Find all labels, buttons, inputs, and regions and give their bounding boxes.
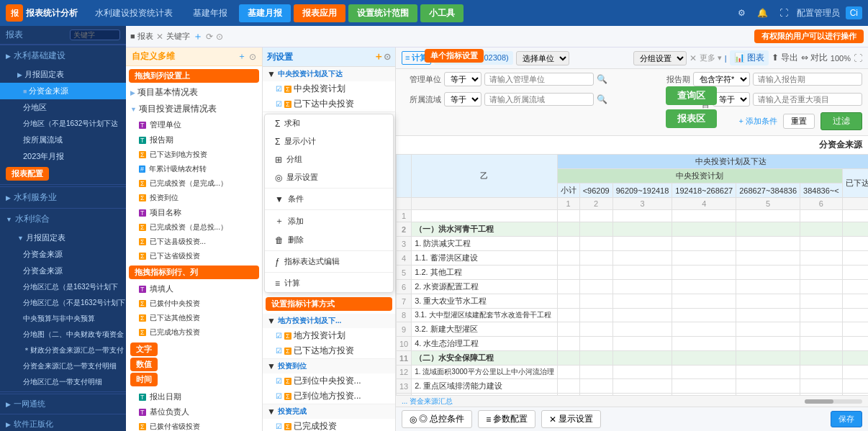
sidebar-item-2023monthly[interactable]: 2023年月报 — [0, 148, 126, 165]
tree-item-county-investment[interactable]: Σ已下达县级投资... — [126, 235, 262, 249]
ctx-item-delete[interactable]: 🗑删除 — [265, 231, 393, 249]
sidebar-item-funding-total2[interactable]: 分资金来源汇总一带支付明细 — [0, 358, 126, 374]
filter-btn[interactable]: 过滤 — [820, 112, 862, 130]
sidebar-item-region-not1632[interactable]: 分地区（不是1632号计划下达 — [0, 116, 126, 132]
col-section-central-title[interactable]: ▼ 中央投资计划及下达 — [263, 67, 395, 81]
col-item-completed-inv[interactable]: ☑ Σ 已完成投资 — [263, 419, 395, 431]
filter-input-period[interactable] — [753, 73, 862, 86]
tree-item-project-name[interactable]: T项目名称 — [126, 205, 262, 220]
sidebar-item-watershed[interactable]: 按所属流域 — [0, 132, 126, 148]
reset-btn[interactable]: 重置 — [783, 114, 815, 129]
close-icon[interactable]: ✕ — [156, 32, 163, 42]
fullscreen-icon[interactable]: ⛶ — [777, 6, 791, 19]
tree-item-inv-in-place[interactable]: Σ投资到位 — [126, 191, 262, 205]
tab-stats-range[interactable]: 设置统计范围 — [348, 4, 417, 22]
sidebar-item-funding-total1[interactable]: ＊财政分资金来源汇总一带支付 — [0, 342, 126, 358]
tree-item-completed-inv1[interactable]: Σ已完成投资（是完成...） — [126, 176, 262, 191]
tree-item-filler[interactable]: T填填人 — [126, 281, 262, 296]
ctx-item-subtotal[interactable]: Σ显示小计 — [265, 132, 393, 150]
sidebar-search[interactable] — [70, 30, 120, 40]
sidebar-item-region[interactable]: 分地区 — [0, 99, 126, 116]
col-item-central-inplace[interactable]: ☑ Σ 已到位中央投资... — [263, 373, 395, 389]
filter-search-icon[interactable]: 🔍 — [597, 74, 607, 84]
sidebar-item-central-noncentral[interactable]: 中央预算与非中央预算 — [0, 311, 126, 327]
compare-btn[interactable]: ⇔ 对比 — [801, 52, 828, 64]
tree-add-icon[interactable]: ＋ — [238, 50, 246, 63]
filter-input-watershed[interactable] — [484, 93, 594, 106]
col-section-completed-title[interactable]: ▼ 投资完成 — [263, 404, 395, 419]
sidebar-item-general-monthly[interactable]: ▼月报固定表 — [0, 230, 126, 246]
filter-x-btn[interactable]: ✕ — [690, 53, 697, 63]
add-condition-btn[interactable]: + 添加条件 — [739, 116, 777, 127]
split-settings-select[interactable]: 分组设置 — [633, 51, 687, 65]
filter-op-period[interactable]: 包含字符* — [693, 72, 750, 86]
ctx-item-group[interactable]: ⊞分组 — [265, 150, 393, 168]
more-icon[interactable]: ⊙ — [216, 32, 223, 42]
param-config-btn[interactable]: ≡ 参数配置 — [478, 410, 535, 428]
filter-op-major[interactable]: 等于 — [713, 92, 750, 106]
ctx-item-formula[interactable]: ƒ指标表达式编辑 — [265, 253, 393, 271]
notification-icon[interactable]: 🔔 — [754, 6, 771, 19]
chart-view-btn[interactable]: 📊 图表 — [730, 50, 769, 65]
sidebar-item-funding-source[interactable]: ■分资金来源 — [0, 83, 126, 99]
col-settings-icon[interactable]: ⊙ — [384, 52, 391, 62]
col-section-local-title[interactable]: ▼ 地方投资计划及下... — [263, 314, 395, 328]
tree-item-province-investment[interactable]: Σ已下达省级投资 — [126, 249, 262, 263]
col-item-local-inplace[interactable]: ☑ Σ 已到位地方投资... — [263, 389, 395, 404]
refresh-icon[interactable]: ⟳ — [206, 32, 213, 42]
tree-item-completed-inv2[interactable]: Σ已完成投资（是总投...） — [126, 220, 262, 235]
more-settings-btn[interactable]: 更多 ▾ — [700, 53, 722, 63]
tree-settings-icon[interactable]: ⊙ — [249, 52, 256, 62]
tree-item-local-investment[interactable]: Σ已下达到地方投资 — [126, 148, 262, 162]
ctx-item-add[interactable]: ＋添加 — [265, 212, 393, 231]
tree-item-project-basic[interactable]: ▶ 项目基本情况表 — [126, 84, 262, 101]
zoom-expand-icon[interactable]: ⛶ — [854, 53, 862, 63]
ctx-item-calc[interactable]: ≡计算 — [265, 274, 393, 292]
tab-water-investment[interactable]: 水利建设投资统计表 — [86, 4, 181, 22]
col-item-central-plan[interactable]: ☑ Σ 中央投资计划 — [263, 81, 395, 96]
col-item-local-plan[interactable]: ☑ Σ 地方投资计划 — [263, 328, 395, 343]
settings-icon[interactable]: ⚙ — [735, 6, 749, 19]
tab-infrastructure-annual[interactable]: 基建年报 — [184, 4, 236, 22]
tree-item-province-paid[interactable]: Σ已拨付省级投资 — [126, 419, 262, 431]
filter-input-major[interactable] — [753, 93, 862, 106]
tab-tools[interactable]: 小工具 — [420, 4, 464, 22]
h-scrollbar[interactable] — [805, 399, 862, 404]
sidebar-item-region-total[interactable]: 分地区汇总一带支付明细 — [0, 374, 126, 390]
sidebar-item-gen-funding1[interactable]: 分资金来源 — [0, 246, 126, 263]
sidebar-item-central-special[interactable]: 分地图（二、中央财政专项资金 — [0, 327, 126, 342]
sidebar-item-region-not1632-2[interactable]: 分地区汇总（不是1632号计划下 — [0, 295, 126, 311]
export-btn[interactable]: ⬆ 导出 — [772, 52, 798, 64]
display-settings-btn[interactable]: ✕ 显示设置 — [541, 410, 601, 428]
funding-source-total-btn[interactable]: ... 资金来源汇总 — [396, 396, 458, 407]
filter-input-mgmt[interactable] — [484, 73, 594, 86]
col-item-central-released[interactable]: ☑ Σ 已下达中央投资 — [263, 96, 395, 112]
sidebar-item-region1632[interactable]: 分地区汇总（是1632号计划下 — [0, 279, 126, 295]
tree-item-person-charge[interactable]: T基位负责人 — [126, 404, 262, 419]
filter-op-watershed[interactable]: 等于 — [444, 92, 482, 106]
ctx-item-sum[interactable]: Σ求和 — [265, 114, 393, 132]
tree-item-mgmt-unit[interactable]: T管理单位 — [126, 117, 262, 132]
tab-report-app[interactable]: 报表应用 — [294, 4, 345, 22]
filter-op-mgmt[interactable]: 等于 — [444, 72, 482, 86]
tree-item-local-completed[interactable]: Σ已完成地方投资 — [126, 325, 262, 340]
sidebar-item-monthly-fixed[interactable]: ▶月报固定表 — [0, 66, 126, 83]
save-btn[interactable]: 保存 — [831, 411, 862, 427]
total-condition-btn[interactable]: ◎ ◎ 总控条件 — [402, 410, 472, 428]
h-scrollbar-thumb[interactable] — [805, 399, 833, 404]
tree-item-central-paid[interactable]: Σ已拨付中央投资 — [126, 296, 262, 311]
tree-item-report-date[interactable]: T报出日期 — [126, 389, 262, 404]
report-area-btn[interactable]: 报表区 — [666, 109, 717, 128]
tab-infrastructure-monthly[interactable]: 基建月报 — [239, 4, 291, 22]
ctx-item-condition[interactable]: ▼条件 — [265, 190, 393, 208]
sidebar-item-gen-funding2[interactable]: 分资金来源 — [0, 263, 126, 279]
tree-item-project-progress[interactable]: ▼ 项目投资进展情况表 — [126, 101, 262, 117]
add-icon[interactable]: ＋ — [193, 30, 203, 43]
col-item-local-released[interactable]: ☑ Σ 已下达地方投资 — [263, 343, 395, 358]
col-section-inplace-title[interactable]: ▼ 投资到位 — [263, 359, 395, 373]
granularity-select[interactable]: 选择单位 — [516, 51, 569, 65]
col-add-icon[interactable]: ＋ — [374, 50, 384, 63]
ctx-item-display[interactable]: ◎显示设置 — [265, 168, 393, 186]
tree-item-other-investment[interactable]: Σ已下达其他投资 — [126, 311, 262, 325]
filter-search-icon2[interactable]: 🔍 — [597, 94, 607, 104]
